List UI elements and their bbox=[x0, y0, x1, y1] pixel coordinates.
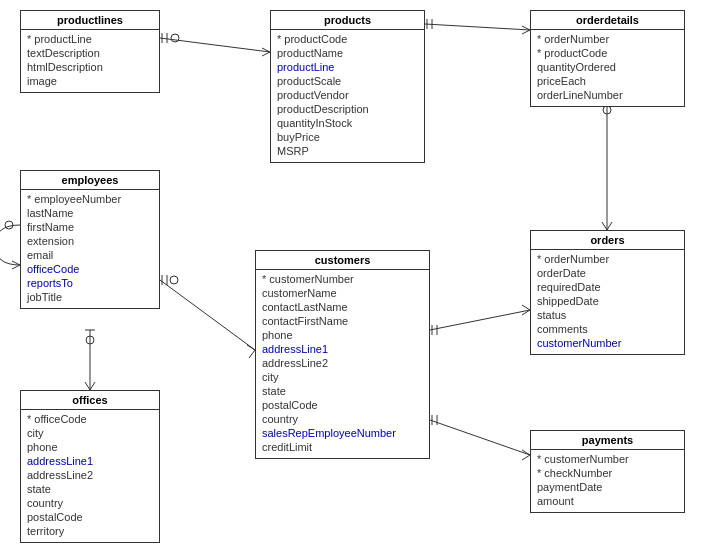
field-productlines-htmlDescription: htmlDescription bbox=[27, 60, 153, 74]
entity-payments-title: payments bbox=[531, 431, 684, 450]
field-orderdetails---orderNumber: * orderNumber bbox=[537, 32, 678, 46]
field-employees-email: email bbox=[27, 248, 153, 262]
svg-line-30 bbox=[430, 310, 530, 330]
field-payments---checkNumber: * checkNumber bbox=[537, 466, 678, 480]
field-offices-phone: phone bbox=[27, 440, 153, 454]
field-offices-state: state bbox=[27, 482, 153, 496]
field-orderdetails-quantityOrdered: quantityOrdered bbox=[537, 60, 678, 74]
field-orders-orderDate: orderDate bbox=[537, 266, 678, 280]
field-productlines-textDescription: textDescription bbox=[27, 46, 153, 60]
svg-line-32 bbox=[522, 310, 530, 315]
entity-products: products* productCodeproductNameproductL… bbox=[270, 10, 425, 163]
svg-line-37 bbox=[522, 455, 530, 460]
svg-line-21 bbox=[90, 382, 95, 390]
field-orders-status: status bbox=[537, 308, 678, 322]
entity-products-body: * productCodeproductNameproductLineprodu… bbox=[271, 30, 424, 162]
field-offices---officeCode: * officeCode bbox=[27, 412, 153, 426]
svg-line-8 bbox=[522, 30, 530, 34]
entity-orderdetails-body: * orderNumber* productCodequantityOrdere… bbox=[531, 30, 684, 106]
field-employees-officeCode: officeCode bbox=[27, 262, 153, 276]
svg-point-15 bbox=[603, 106, 611, 114]
field-customers-state: state bbox=[262, 384, 423, 398]
svg-point-23 bbox=[86, 336, 94, 344]
field-offices-city: city bbox=[27, 426, 153, 440]
svg-line-36 bbox=[522, 450, 530, 455]
svg-point-18 bbox=[5, 221, 13, 229]
field-employees-extension: extension bbox=[27, 234, 153, 248]
field-orderdetails-priceEach: priceEach bbox=[537, 74, 678, 88]
field-offices-addressLine2: addressLine2 bbox=[27, 468, 153, 482]
entity-orderdetails: orderdetails* orderNumber* productCodequ… bbox=[530, 10, 685, 107]
field-products-quantityInStock: quantityInStock bbox=[277, 116, 418, 130]
svg-line-20 bbox=[85, 382, 90, 390]
entity-orderdetails-title: orderdetails bbox=[531, 11, 684, 30]
field-payments-paymentDate: paymentDate bbox=[537, 480, 678, 494]
svg-line-17 bbox=[12, 265, 20, 269]
entity-productlines-body: * productLinetextDescriptionhtmlDescript… bbox=[21, 30, 159, 92]
svg-line-16 bbox=[12, 261, 20, 265]
field-customers-addressLine2: addressLine2 bbox=[262, 356, 423, 370]
svg-point-5 bbox=[171, 34, 179, 42]
field-products-productDescription: productDescription bbox=[277, 102, 418, 116]
svg-line-12 bbox=[602, 222, 607, 230]
field-orderdetails---productCode: * productCode bbox=[537, 46, 678, 60]
svg-line-2 bbox=[262, 52, 270, 56]
field-customers-addressLine1: addressLine1 bbox=[262, 342, 423, 356]
entity-employees: employees* employeeNumberlastNamefirstNa… bbox=[20, 170, 160, 309]
field-offices-addressLine1: addressLine1 bbox=[27, 454, 153, 468]
svg-line-35 bbox=[430, 420, 530, 455]
field-products-productLine: productLine bbox=[277, 60, 418, 74]
field-customers-country: country bbox=[262, 412, 423, 426]
entity-orders-title: orders bbox=[531, 231, 684, 250]
field-employees-lastName: lastName bbox=[27, 206, 153, 220]
entity-productlines-title: productlines bbox=[21, 11, 159, 30]
field-customers-contactLastName: contactLastName bbox=[262, 300, 423, 314]
entity-payments-body: * customerNumber* checkNumberpaymentDate… bbox=[531, 450, 684, 512]
svg-line-13 bbox=[607, 222, 612, 230]
field-offices-postalCode: postalCode bbox=[27, 510, 153, 524]
entity-offices: offices* officeCodecityphoneaddressLine1… bbox=[20, 390, 160, 543]
field-customers-salesRepEmployeeNumber: salesRepEmployeeNumber bbox=[262, 426, 423, 440]
field-employees---employeeNumber: * employeeNumber bbox=[27, 192, 153, 206]
field-customers-customerName: customerName bbox=[262, 286, 423, 300]
svg-line-6 bbox=[425, 24, 530, 30]
field-employees-jobTitle: jobTitle bbox=[27, 290, 153, 304]
entity-orders-body: * orderNumberorderDaterequiredDateshippe… bbox=[531, 250, 684, 354]
entity-offices-title: offices bbox=[21, 391, 159, 410]
field-customers-city: city bbox=[262, 370, 423, 384]
field-customers-phone: phone bbox=[262, 328, 423, 342]
field-orders-comments: comments bbox=[537, 322, 678, 336]
field-orders-requiredDate: requiredDate bbox=[537, 280, 678, 294]
entity-customers-body: * customerNumbercustomerNamecontactLastN… bbox=[256, 270, 429, 458]
svg-line-0 bbox=[160, 38, 270, 52]
field-offices-country: country bbox=[27, 496, 153, 510]
field-productlines-image: image bbox=[27, 74, 153, 88]
field-payments-amount: amount bbox=[537, 494, 678, 508]
field-products-buyPrice: buyPrice bbox=[277, 130, 418, 144]
field-customers-contactFirstName: contactFirstName bbox=[262, 314, 423, 328]
field-customers---customerNumber: * customerNumber bbox=[262, 272, 423, 286]
svg-line-1 bbox=[262, 48, 270, 52]
entity-customers: customers* customerNumbercustomerNamecon… bbox=[255, 250, 430, 459]
field-productlines---productLine: * productLine bbox=[27, 32, 153, 46]
entity-employees-body: * employeeNumberlastNamefirstNameextensi… bbox=[21, 190, 159, 308]
svg-line-7 bbox=[522, 26, 530, 30]
entity-orders: orders* orderNumberorderDaterequiredDate… bbox=[530, 230, 685, 355]
svg-point-29 bbox=[170, 276, 178, 284]
erd-diagram: productlines* productLinetextDescription… bbox=[0, 0, 701, 560]
field-orderdetails-orderLineNumber: orderLineNumber bbox=[537, 88, 678, 102]
svg-line-24 bbox=[160, 280, 255, 350]
field-products---productCode: * productCode bbox=[277, 32, 418, 46]
entity-customers-title: customers bbox=[256, 251, 429, 270]
field-orders-shippedDate: shippedDate bbox=[537, 294, 678, 308]
svg-line-25 bbox=[247, 345, 255, 350]
entity-employees-title: employees bbox=[21, 171, 159, 190]
field-products-MSRP: MSRP bbox=[277, 144, 418, 158]
field-customers-creditLimit: creditLimit bbox=[262, 440, 423, 454]
field-orders---orderNumber: * orderNumber bbox=[537, 252, 678, 266]
field-employees-reportsTo: reportsTo bbox=[27, 276, 153, 290]
entity-offices-body: * officeCodecityphoneaddressLine1address… bbox=[21, 410, 159, 542]
field-products-productVendor: productVendor bbox=[277, 88, 418, 102]
field-payments---customerNumber: * customerNumber bbox=[537, 452, 678, 466]
entity-productlines: productlines* productLinetextDescription… bbox=[20, 10, 160, 93]
